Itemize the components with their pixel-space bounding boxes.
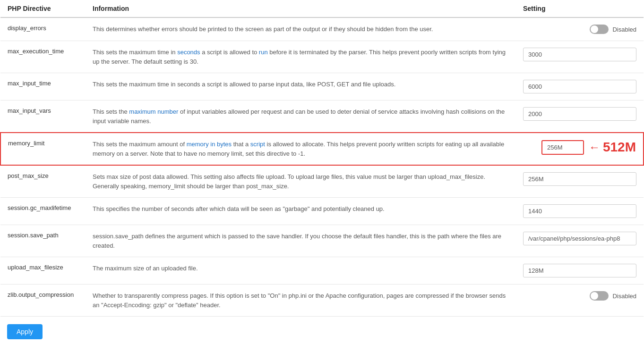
directive-name: memory_limit bbox=[0, 133, 86, 165]
directive-setting: ←512M bbox=[516, 133, 644, 165]
directive-name: session.gc_maxlifetime bbox=[0, 198, 86, 225]
directive-info: This sets the maximum number of input va… bbox=[86, 101, 516, 133]
directive-info: This sets the maximum time in seconds a … bbox=[86, 73, 516, 101]
apply-button[interactable]: Apply bbox=[7, 324, 43, 339]
php-directives-table: PHP Directive Information Setting displa… bbox=[0, 0, 644, 317]
directive-name: max_input_time bbox=[0, 73, 86, 101]
table-row: post_max_sizeSets max size of post data … bbox=[0, 165, 644, 198]
table-row: max_input_timeThis sets the maximum time… bbox=[0, 73, 644, 101]
directive-info: The maximum size of an uploaded file. bbox=[86, 257, 516, 285]
table-row: max_input_varsThis sets the maximum numb… bbox=[0, 101, 644, 133]
directive-setting bbox=[516, 41, 644, 73]
directive-info: This sets the maximum amount of memory i… bbox=[86, 133, 516, 165]
directive-name: max_execution_time bbox=[0, 41, 86, 73]
annotation-text: 512M bbox=[603, 140, 636, 155]
directive-name: upload_max_filesize bbox=[0, 257, 86, 285]
table-row: upload_max_filesizeThe maximum size of a… bbox=[0, 257, 644, 285]
table-row: session.save_pathsession.save_path defin… bbox=[0, 225, 644, 257]
table-row: memory_limitThis sets the maximum amount… bbox=[0, 133, 644, 165]
directive-setting: Disabled bbox=[516, 17, 644, 41]
directive-setting bbox=[516, 225, 644, 257]
directive-info: Sets max size of post data allowed. This… bbox=[86, 165, 516, 198]
directive-setting bbox=[516, 101, 644, 133]
directive-setting bbox=[516, 257, 644, 285]
directive-input[interactable] bbox=[523, 204, 636, 218]
arrow-icon: ← bbox=[589, 141, 600, 154]
col-header-info: Information bbox=[86, 0, 516, 17]
directive-input[interactable] bbox=[523, 172, 636, 186]
table-row: max_execution_timeThis sets the maximum … bbox=[0, 41, 644, 73]
directive-input[interactable] bbox=[523, 232, 636, 245]
directive-info: This specifies the number of seconds aft… bbox=[86, 198, 516, 225]
directive-name: session.save_path bbox=[0, 225, 86, 257]
memory-limit-input[interactable] bbox=[541, 140, 584, 155]
col-header-directive: PHP Directive bbox=[0, 0, 86, 17]
directive-setting: Disabled bbox=[516, 285, 644, 317]
directive-name: post_max_size bbox=[0, 165, 86, 198]
memory-annotation: ←512M bbox=[589, 140, 636, 155]
directive-name: max_input_vars bbox=[0, 101, 86, 133]
directive-info: This sets the maximum time in seconds a … bbox=[86, 41, 516, 73]
directive-input[interactable] bbox=[523, 264, 636, 277]
directive-input[interactable] bbox=[523, 48, 636, 61]
directive-info: Whether to transparently compress pages.… bbox=[86, 285, 516, 317]
toggle-label: Disabled bbox=[612, 293, 636, 300]
col-header-setting: Setting bbox=[516, 0, 644, 17]
table-row: session.gc_maxlifetimeThis specifies the… bbox=[0, 198, 644, 225]
directive-setting bbox=[516, 73, 644, 101]
directive-name: zlib.output_compression bbox=[0, 285, 86, 317]
directive-input[interactable] bbox=[523, 107, 636, 121]
directive-name: display_errors bbox=[0, 17, 86, 41]
directive-info: This determines whether errors should be… bbox=[86, 17, 516, 41]
directive-input[interactable] bbox=[523, 80, 636, 93]
toggle-switch[interactable] bbox=[590, 291, 609, 301]
directive-setting bbox=[516, 198, 644, 225]
directive-setting bbox=[516, 165, 644, 198]
table-row: zlib.output_compressionWhether to transp… bbox=[0, 285, 644, 317]
table-row: display_errorsThis determines whether er… bbox=[0, 17, 644, 41]
toggle-switch[interactable] bbox=[590, 25, 609, 34]
directive-info: session.save_path defines the argument w… bbox=[86, 225, 516, 257]
toggle-label: Disabled bbox=[612, 26, 636, 33]
